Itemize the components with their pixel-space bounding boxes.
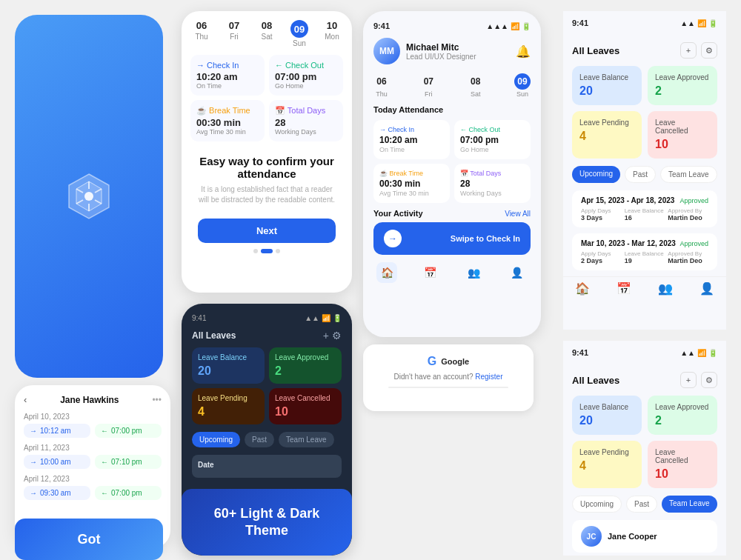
week-row-attendance: 06 Thu 07 Fri 08 Sat 09 Sun	[373, 73, 531, 98]
lb-filter-icon[interactable]: ⚙	[701, 372, 717, 388]
leave-entry-2: Mar 10, 2023 - Mar 12, 2023 Approved App…	[572, 233, 717, 270]
profile-info: Michael Mitc Lead UI/UX Designer	[406, 42, 476, 61]
dark-leave-grid: Leave Balance 20 Leave Approved 2 Leave …	[192, 347, 342, 424]
tl-checkout-2: ← 07:10 pm	[95, 455, 162, 469]
dark-signal-icon: ▲▲	[305, 314, 319, 322]
dark-leave-tabs: Upcoming Past Team Leave	[192, 432, 342, 447]
tl-date-1: April 10, 2023	[24, 413, 162, 421]
tl-checkin-2: → 10:00 am	[24, 455, 90, 469]
leave-entry-1: Apr 15, 2023 - Apr 18, 2023 Approved App…	[572, 190, 717, 227]
onboard-title: Easy way to confirm your attendance	[198, 155, 336, 180]
dark-tab-team[interactable]: Team Leave	[279, 432, 333, 447]
leave-title: All Leaves	[572, 45, 619, 56]
bell-icon[interactable]: 🔔	[516, 44, 531, 59]
leave-nav-calendar[interactable]: 📅	[617, 281, 631, 296]
totaldays-main-card: 📅 Total Days 28 Working Days	[454, 164, 531, 203]
dark-status-icons: ▲▲ 📶 🔋	[305, 314, 342, 322]
google-register-text: Didn't have an account? Register	[393, 373, 502, 381]
tab-past[interactable]: Past	[625, 166, 656, 183]
lb-signal-icon: ▲▲	[680, 349, 695, 357]
lb-tab-upcoming[interactable]: Upcoming	[572, 496, 622, 513]
tab-upcoming[interactable]: Upcoming	[572, 166, 620, 183]
dark-tab-past[interactable]: Past	[245, 432, 274, 447]
tl-out-icon-2: ←	[101, 458, 108, 466]
totaldays-label: 📅 Total Days	[460, 170, 501, 177]
day-thu: 06 Thu	[190, 20, 213, 47]
checkin-icon: → Check In	[196, 61, 239, 70]
tl-date-3: April 12, 2023	[24, 475, 162, 483]
leave-bottom-status-bar: 9:41 ▲▲ 📶 🔋	[563, 341, 726, 357]
leave-bottom-title: All Leaves	[572, 375, 619, 386]
leave-bottom-tabs: Upcoming Past Team Leave	[563, 496, 726, 513]
got-label: Got	[78, 532, 101, 547]
signal-icon: ▲▲▲	[486, 22, 508, 30]
timeline-more-icon[interactable]: •••	[152, 395, 162, 405]
checkout-icon: ← Check Out	[275, 61, 324, 70]
google-divider	[388, 387, 508, 388]
leave-date-2: Mar 10, 2023 - Mar 12, 2023	[581, 239, 676, 247]
leave-nav-team[interactable]: 👥	[658, 281, 673, 296]
leave-bottom-status-icons: ▲▲ 📶 🔋	[680, 349, 717, 357]
day-sun-active: 09 Sun	[288, 20, 310, 47]
leave-bottom-header: All Leaves + ⚙	[563, 364, 726, 388]
dark-leave-cancelled-card: Leave Cancelled 10	[269, 388, 342, 424]
add-leave-icon[interactable]: +	[680, 42, 697, 59]
tab-team-leave[interactable]: Team Leave	[660, 166, 717, 183]
leave-approved-label: Leave Approved	[655, 73, 708, 81]
svg-point-2	[84, 192, 93, 201]
timeline-entry-3: April 12, 2023 → 09:30 am ← 07:00 pm	[24, 475, 162, 500]
activity-title: Your Activity	[373, 209, 423, 218]
onboard-text: Easy way to confirm your attendance It i…	[190, 149, 343, 211]
dark-settings-icon[interactable]: ⚙	[332, 330, 342, 341]
lb-cancelled-label: Leave Cancelled	[655, 448, 688, 464]
nav-profile-icon[interactable]: 👤	[507, 262, 528, 283]
leave-nav-profile[interactable]: 👤	[700, 281, 714, 296]
leave-wifi-icon: 📶	[697, 19, 706, 27]
avatar: MM	[373, 38, 400, 64]
view-all-link[interactable]: View All	[505, 210, 531, 218]
status-icons: ▲▲▲ 📶 🔋	[486, 22, 531, 30]
break-icon: ☕ Break Time	[196, 106, 250, 115]
lb-add-icon[interactable]: +	[680, 372, 697, 388]
status-bar: 9:41 ▲▲▲ 📶 🔋	[373, 21, 531, 30]
dark-tab-upcoming[interactable]: Upcoming	[192, 432, 240, 447]
apply-days-2: Apply Days 2 Days	[581, 250, 622, 264]
onboard-desc: It is a long established fact that a rea…	[198, 184, 336, 205]
leave-status-time: 9:41	[572, 19, 588, 27]
leave-pending-value: 4	[579, 130, 634, 143]
leave-approved-card: Leave Approved 2	[648, 66, 717, 105]
lb-wifi-icon: 📶	[697, 349, 706, 357]
day-num-thu: 06	[196, 20, 207, 31]
back-button[interactable]: ‹	[24, 394, 27, 405]
nav-team-icon[interactable]: 👥	[463, 262, 484, 283]
wd-thu: 06 Thu	[373, 73, 390, 98]
dark-wifi-icon: 📶	[322, 314, 330, 322]
lb-pending-value: 4	[579, 459, 634, 473]
promo-overlay: 60+ Light & Dark Theme	[182, 489, 352, 556]
lb-tab-past[interactable]: Past	[626, 496, 657, 513]
register-link[interactable]: Register	[475, 373, 502, 381]
app-logo-icon	[63, 170, 115, 222]
timeline-header: ‹ Jane Hawkins •••	[24, 394, 162, 405]
leave-cards-grid: Leave Balance 20 Leave Approved 2 Leave …	[563, 66, 726, 159]
nav-home-icon[interactable]: 🏠	[376, 262, 397, 283]
tl-date-2: April 11, 2023	[24, 444, 162, 452]
leave-balance-2: Leave Balance 19	[625, 250, 665, 264]
swipe-arrow-icon: →	[384, 230, 402, 247]
bottom-nav: 🏠 📅 👥 👤	[373, 255, 531, 283]
swipe-checkin-bar[interactable]: → Swipe to Check In	[373, 222, 531, 255]
nav-calendar-icon[interactable]: 📅	[420, 262, 441, 283]
day-fri: 07 Fri	[223, 20, 245, 47]
profile-row: MM Michael Mitc Lead UI/UX Designer 🔔	[373, 38, 531, 64]
filter-leave-icon[interactable]: ⚙	[701, 42, 717, 59]
timeline-entry-2: April 11, 2023 → 10:00 am ← 07:10 pm	[24, 444, 162, 469]
dark-leave-balance-card: Leave Balance 20	[192, 347, 265, 384]
leave-bottom-time: 9:41	[572, 348, 588, 357]
pagination-dots	[190, 249, 343, 253]
dark-add-icon[interactable]: +	[323, 330, 329, 341]
leave-actions: + ⚙	[680, 42, 717, 59]
next-button[interactable]: Next	[198, 219, 335, 243]
lb-tab-team[interactable]: Team Leave	[662, 496, 717, 513]
panel-app-icon	[15, 15, 163, 378]
leave-nav-home[interactable]: 🏠	[575, 281, 590, 296]
